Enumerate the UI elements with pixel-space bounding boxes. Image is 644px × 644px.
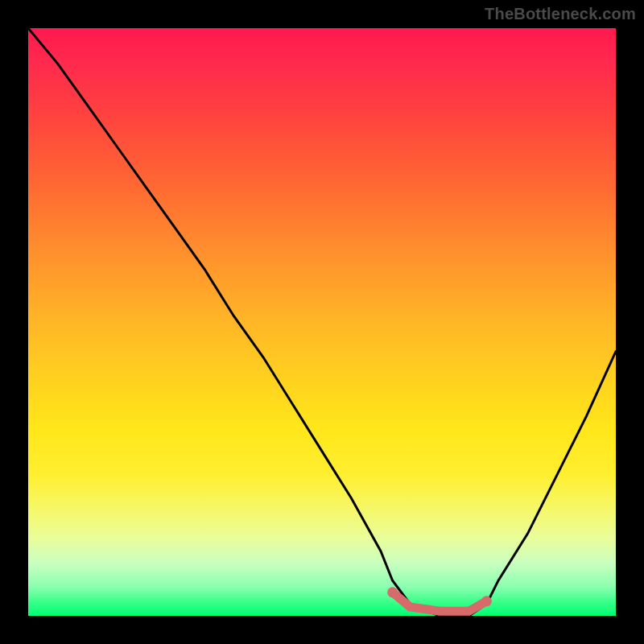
curve-overlay [28, 28, 616, 616]
optimal-range-start-dot [387, 587, 398, 597]
bottleneck-curve-path [28, 28, 616, 616]
optimal-range-end-dot [481, 596, 492, 606]
watermark-text: TheBottleneck.com [485, 5, 636, 23]
plot-area [28, 28, 616, 616]
optimal-range-path [393, 592, 487, 611]
chart-frame: TheBottleneck.com [0, 0, 644, 644]
